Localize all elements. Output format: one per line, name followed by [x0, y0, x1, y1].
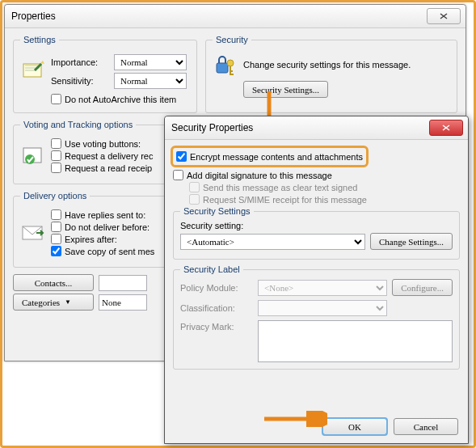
svg-rect-1 [217, 63, 228, 73]
importance-select[interactable]: Normal [114, 54, 187, 70]
autoarchive-checkbox[interactable]: Do not AutoArchive this item [51, 94, 190, 104]
delivery-icon [20, 220, 46, 246]
cleartext-checkbox: Send this message as clear text signed [189, 182, 460, 192]
security-settings-legend: Security Settings [180, 206, 254, 216]
privacy-mark-label: Privacy Mark: [180, 320, 253, 332]
change-settings-button[interactable]: Change Settings... [370, 233, 453, 250]
settings-legend: Settings [20, 35, 59, 44]
security-properties-title: Security Properties [170, 122, 426, 133]
chevron-down-icon: ▼ [65, 298, 71, 306]
cancel-button[interactable]: Cancel [394, 418, 458, 435]
security-settings-group: Security Settings Security setting: <Aut… [173, 206, 460, 260]
close-icon [441, 124, 451, 132]
sign-checkbox[interactable]: Add digital signature to this message [173, 170, 460, 180]
properties-title: Properties [10, 11, 423, 22]
svg-point-2 [227, 60, 234, 66]
close-button[interactable] [427, 8, 461, 24]
svg-point-4 [25, 154, 35, 164]
categories-input[interactable] [99, 294, 147, 311]
settings-group: Settings Importance: Normal Sensitivity:… [13, 35, 197, 113]
close-icon [439, 12, 449, 20]
lock-key-icon [213, 52, 238, 78]
delivery-legend: Delivery options [20, 191, 90, 201]
read-receipt-checkbox[interactable]: Request a read receip [51, 163, 153, 173]
classification-select [258, 300, 387, 316]
policy-module-select: <None> [258, 280, 387, 296]
voting-icon [20, 143, 46, 169]
properties-titlebar: Properties [5, 5, 465, 28]
contacts-button[interactable]: Contacts... [13, 274, 94, 291]
security-legend: Security [213, 35, 251, 44]
encrypt-checkbox[interactable]: Encrypt message contents and attachments [176, 151, 363, 162]
security-properties-dialog: Security Properties Encrypt message cont… [164, 116, 469, 444]
sensitivity-label: Sensitivity: [51, 76, 109, 86]
voting-legend: Voting and Tracking options [20, 120, 136, 129]
categories-button[interactable]: Categories▼ [13, 294, 94, 311]
contacts-input[interactable] [99, 275, 147, 291]
expires-checkbox[interactable]: Expires after: [51, 234, 154, 244]
policy-module-label: Policy Module: [180, 283, 253, 293]
smime-receipt-checkbox: Request S/MIME receipt for this message [189, 194, 460, 205]
voting-buttons-checkbox[interactable]: Use voting buttons: [51, 138, 153, 149]
classification-label: Classification: [180, 303, 253, 313]
settings-icon [20, 59, 46, 85]
close-button[interactable] [429, 120, 463, 136]
ok-button[interactable]: OK [322, 418, 387, 435]
security-properties-titlebar: Security Properties [165, 116, 468, 140]
delivery-receipt-checkbox[interactable]: Request a delivery rec [51, 150, 153, 161]
security-group: Security Change security settings for th… [205, 35, 457, 113]
security-label-group: Security Label Policy Module: <None> Con… [173, 264, 460, 370]
no-deliver-checkbox[interactable]: Do not deliver before: [51, 222, 154, 232]
replies-sent-checkbox[interactable]: Have replies sent to: [51, 209, 154, 220]
importance-label: Importance: [51, 57, 109, 67]
security-label-legend: Security Label [180, 264, 243, 274]
sensitivity-select[interactable]: Normal [114, 73, 187, 89]
security-setting-label: Security setting: [180, 221, 453, 230]
save-copy-checkbox[interactable]: Save copy of sent mes [51, 246, 154, 256]
security-settings-button[interactable]: Security Settings... [243, 81, 328, 98]
security-desc: Change security settings for this messag… [243, 60, 411, 70]
privacy-mark-input [258, 320, 453, 362]
configure-button: Configure... [392, 279, 453, 296]
security-setting-select[interactable]: <Automatic> [180, 234, 365, 250]
